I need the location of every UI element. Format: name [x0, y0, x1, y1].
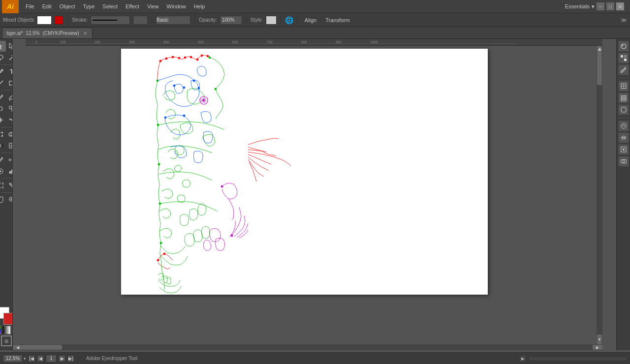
mesh-tool[interactable]	[6, 140, 13, 151]
svg-point-76	[215, 88, 217, 90]
tool-row-8	[0, 129, 13, 140]
gradient-tool[interactable]	[0, 140, 6, 151]
blend-tool[interactable]	[6, 154, 13, 165]
h-scroll-left[interactable]: ◀	[13, 345, 23, 350]
layers-panel-btn[interactable]	[618, 92, 629, 103]
v-scroll-up[interactable]: ▲	[597, 46, 602, 56]
v-scroll-thumb[interactable]	[597, 56, 602, 85]
essentials-dropdown-icon[interactable]: ▾	[592, 3, 595, 10]
h-scroll-right[interactable]: ▶	[593, 345, 602, 350]
style-swatch[interactable]	[266, 16, 277, 25]
h-scroll-thumb[interactable]	[23, 345, 62, 350]
warp-tool[interactable]	[6, 115, 13, 125]
prev-page-btn[interactable]: ◀	[37, 355, 44, 362]
hand-tool[interactable]	[0, 194, 6, 205]
gradient-swatch[interactable]	[2, 326, 11, 334]
fg-bg-swatches[interactable]	[0, 307, 13, 325]
stroke-preview[interactable]	[91, 16, 130, 25]
artboard-tool[interactable]	[0, 180, 6, 191]
tool-divider-6	[1, 192, 12, 193]
pen-tool[interactable]	[0, 66, 6, 77]
canvas-paper[interactable]	[13, 39, 616, 350]
menu-edit[interactable]: Edit	[38, 1, 56, 11]
svg-rect-17	[1, 132, 3, 133]
stroke-line	[93, 20, 117, 21]
zoom-tool[interactable]	[6, 194, 13, 205]
free-transform-tool[interactable]	[0, 129, 6, 140]
shape-builder-tool[interactable]	[6, 129, 13, 140]
brushes-panel-btn[interactable]	[618, 64, 629, 75]
magic-wand-tool[interactable]	[6, 52, 13, 63]
h-scrollbar[interactable]: ◀ ▶	[13, 344, 602, 350]
symbol-tool[interactable]	[0, 166, 6, 177]
color-swatch[interactable]	[0, 326, 1, 334]
tab-mode: (CMYK/Preview)	[43, 30, 79, 36]
draw-mode-btn[interactable]: ⊞	[1, 335, 12, 346]
pencil-tool[interactable]	[6, 92, 13, 103]
globe-icon[interactable]: 🌐	[285, 16, 293, 24]
selection-tool[interactable]	[0, 41, 6, 52]
zoom-dropdown-icon[interactable]: ▾	[24, 356, 26, 361]
stroke-color-swatch[interactable]	[55, 16, 63, 25]
last-page-btn[interactable]: ▶|	[67, 355, 74, 362]
swatches-panel-btn[interactable]	[618, 53, 629, 63]
maximize-button[interactable]: □	[606, 2, 614, 10]
menu-file[interactable]: File	[22, 1, 38, 11]
close-button[interactable]: ✕	[616, 2, 624, 10]
menu-object[interactable]: Object	[56, 1, 79, 11]
menu-window[interactable]: Window	[163, 1, 190, 11]
svg-point-59	[172, 56, 174, 58]
slice-tool[interactable]	[6, 180, 13, 191]
menu-effect[interactable]: Effect	[122, 1, 143, 11]
v-scrollbar[interactable]: ▲ ▼	[597, 46, 602, 344]
rotate-tool[interactable]	[0, 103, 6, 114]
svg-rect-37	[2, 182, 3, 184]
line-tool[interactable]	[0, 78, 6, 89]
opacity-input[interactable]	[220, 16, 242, 25]
svg-point-89	[622, 45, 623, 46]
lasso-tool[interactable]	[0, 52, 6, 63]
graph-tool[interactable]	[6, 166, 13, 177]
rectangle-tool[interactable]	[6, 78, 13, 89]
minimize-button[interactable]: ─	[597, 2, 604, 10]
symbols-panel-btn[interactable]	[618, 81, 629, 91]
tab-close-button[interactable]: ✕	[82, 30, 88, 36]
stroke-width-input[interactable]	[133, 16, 148, 25]
blend-mode-select[interactable]	[156, 16, 190, 25]
align-panel-btn[interactable]	[618, 132, 629, 143]
tool-row-13	[0, 194, 13, 205]
document-tab[interactable]: tiger.ai* 12.5% (CMYK/Preview) ✕	[2, 28, 93, 38]
color-panel-btn[interactable]	[618, 41, 629, 52]
graphic-styles-btn[interactable]	[618, 104, 629, 115]
paintbrush-tool[interactable]	[0, 92, 6, 103]
svg-point-80	[198, 87, 200, 89]
menu-view[interactable]: View	[143, 1, 163, 11]
type-tool[interactable]: T	[6, 66, 13, 77]
svg-point-0	[0, 55, 3, 59]
fill-color-box[interactable]	[37, 16, 52, 25]
background-swatch[interactable]	[3, 313, 13, 325]
appearance-panel-btn[interactable]	[618, 121, 629, 131]
pathfinder-panel-btn[interactable]	[618, 156, 629, 167]
eyedropper-tool[interactable]	[0, 154, 6, 165]
svg-point-31	[0, 171, 1, 172]
essentials-label: Essentials	[565, 3, 590, 9]
v-scroll-down[interactable]: ▼	[597, 334, 602, 344]
svg-point-58	[165, 58, 167, 60]
menu-type[interactable]: Type	[79, 1, 99, 11]
transform-panel-btn[interactable]	[618, 144, 629, 155]
direct-select-tool[interactable]	[6, 41, 13, 52]
svg-point-72	[158, 163, 160, 165]
menu-select[interactable]: Select	[98, 1, 122, 11]
zoom-input[interactable]	[3, 355, 23, 363]
transform-button[interactable]: Transform	[322, 16, 353, 24]
next-page-btn[interactable]: ▶	[59, 355, 65, 362]
status-right-arrow[interactable]: ▶	[519, 355, 527, 363]
menu-help[interactable]: Help	[190, 1, 209, 11]
scale-tool[interactable]	[6, 103, 13, 114]
first-page-btn[interactable]: |◀	[28, 355, 35, 362]
align-button[interactable]: Align	[302, 16, 319, 24]
width-tool[interactable]	[0, 115, 6, 125]
more-options-icon[interactable]: ≫	[621, 17, 627, 24]
page-input[interactable]	[46, 355, 57, 363]
